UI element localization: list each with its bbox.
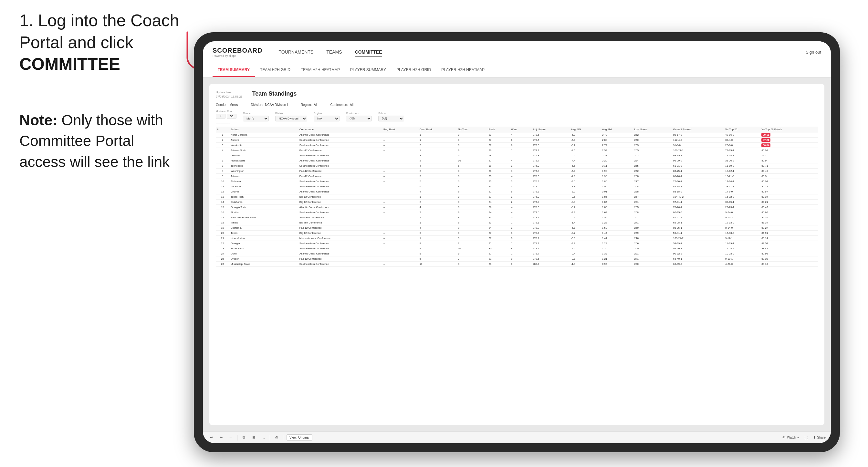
cell-school[interactable]: Tennessee xyxy=(229,163,298,168)
cell-school[interactable]: Auburn xyxy=(229,137,298,143)
cell-school[interactable]: Texas A&M xyxy=(229,246,298,251)
cell-rnds: 21 xyxy=(487,241,510,246)
min-rounds-input-1[interactable] xyxy=(216,114,225,119)
cell-school[interactable]: Duke xyxy=(229,251,298,256)
tab-player-h2h-grid[interactable]: PLAYER H2H GRID xyxy=(391,63,436,77)
cell-conf: Southeastern Conference xyxy=(298,210,382,215)
cell-vs-top50: 80.34 xyxy=(760,194,818,199)
watch-label: Watch xyxy=(787,436,796,439)
more-icon[interactable]: … xyxy=(260,434,267,441)
cell-school[interactable]: Mississippi State xyxy=(229,261,298,267)
cell-school[interactable]: Oregon xyxy=(229,256,298,261)
cell-vs-top25: 30-4-0 xyxy=(724,137,760,143)
cell-avg-rd: 1.53 xyxy=(601,225,633,230)
cell-conf: Pac-12 Conference xyxy=(298,168,382,174)
cell-rank: 3 xyxy=(216,143,229,148)
cell-overall: 104-43-2 xyxy=(672,194,724,199)
paste-icon[interactable]: ⊞ xyxy=(250,434,257,441)
conference-select[interactable]: (All) xyxy=(346,116,372,121)
tab-team-h2h-heatmap[interactable]: TEAM H2H HEATMAP xyxy=(296,63,345,77)
min-rounds-input-2[interactable] xyxy=(227,114,237,119)
filter-conference-value: All xyxy=(350,103,353,106)
cell-reg-rank: – xyxy=(382,261,418,267)
cell-conf: Southeastern Conference xyxy=(298,184,382,189)
cell-adj-score: 278.2 xyxy=(531,225,569,230)
cell-sg: -5.1 xyxy=(569,215,600,220)
tab-team-summary[interactable]: TEAM SUMMARY xyxy=(213,63,255,77)
cell-school[interactable]: Georgia xyxy=(229,241,298,246)
school-select[interactable]: (All) xyxy=(378,116,404,121)
cell-overall: 76-26-1 xyxy=(672,205,724,210)
cell-school[interactable]: Ole Miss xyxy=(229,153,298,158)
back-icon[interactable]: ← xyxy=(227,434,234,441)
cell-sg: -3.8 xyxy=(569,199,600,205)
cell-conf-rank: 3 xyxy=(418,174,457,179)
watch-button[interactable]: 👁 Watch ▾ xyxy=(782,436,799,439)
tab-player-h2h-heatmap[interactable]: PLAYER H2H HEATMAP xyxy=(436,63,490,77)
cell-school[interactable]: Arizona State xyxy=(229,148,298,153)
cell-school[interactable]: California xyxy=(229,225,298,230)
cell-school[interactable]: Washington xyxy=(229,168,298,174)
cell-low-score: 271 xyxy=(633,256,672,261)
cell-overall: 62-25-1 xyxy=(672,220,724,225)
cell-school[interactable]: Alabama xyxy=(229,179,298,184)
cell-school[interactable]: Georgia Tech xyxy=(229,205,298,210)
tab-player-summary[interactable]: PLAYER SUMMARY xyxy=(345,63,391,77)
cell-reg-rank: – xyxy=(382,179,418,184)
fullscreen-icon[interactable]: ⛶ xyxy=(803,434,809,441)
cell-conf-rank: 2 xyxy=(418,143,457,148)
cell-rnds: 24 xyxy=(487,199,510,205)
nav-tournaments[interactable]: TOURNAMENTS xyxy=(278,48,313,57)
tab-team-h2h-grid[interactable]: TEAM H2H GRID xyxy=(255,63,296,77)
copy-icon[interactable]: ⧉ xyxy=(241,434,247,441)
cell-conf-rank: 5 xyxy=(418,251,457,256)
table-row: 15 Georgia Tech Atlantic Coast Conferenc… xyxy=(216,205,818,210)
cell-sg: -0.4 xyxy=(569,251,600,256)
division-select[interactable]: NCAA Division I xyxy=(275,116,307,121)
cell-school[interactable]: Texas xyxy=(229,230,298,236)
cell-school[interactable]: Virginia xyxy=(229,189,298,194)
cell-school[interactable]: Arkansas xyxy=(229,184,298,189)
cell-school[interactable]: Florida State xyxy=(229,158,298,163)
cell-school[interactable]: Oklahoma xyxy=(229,199,298,205)
cell-no-tour: 9 xyxy=(457,132,488,137)
cell-conf-rank: 3 xyxy=(418,230,457,236)
cell-overall: 96-29-0 xyxy=(672,158,724,163)
cell-rnds: 18 xyxy=(487,153,510,158)
cell-adj-score: 274.2 xyxy=(531,148,569,153)
cell-vs-top25: 26-6-0 xyxy=(724,143,760,148)
redo-icon[interactable]: ↪ xyxy=(218,434,224,441)
share-button[interactable]: ⬆ Share xyxy=(813,436,826,439)
cell-rnds: 30 xyxy=(487,246,510,251)
cell-school[interactable]: Vanderbilt xyxy=(229,143,298,148)
cell-school[interactable]: North Carolina xyxy=(229,132,298,137)
nav-committee[interactable]: COMMITTEE xyxy=(355,48,382,57)
cell-rank: 5 xyxy=(216,153,229,158)
cell-no-tour: 8 xyxy=(457,189,488,194)
sign-out-link[interactable]: Sign out xyxy=(799,50,821,55)
cell-school[interactable]: Illinois xyxy=(229,220,298,225)
cell-conf-rank: 4 xyxy=(418,163,457,168)
cell-school[interactable]: New Mexico xyxy=(229,236,298,241)
cell-rnds: 27 xyxy=(487,137,510,143)
cell-no-tour: 8 xyxy=(457,225,488,230)
cell-no-tour: 9 xyxy=(457,194,488,199)
col-rank: # xyxy=(216,127,229,132)
cell-school[interactable]: East Tennessee State xyxy=(229,215,298,220)
undo-icon[interactable]: ↩ xyxy=(208,434,215,441)
cell-conf-rank: 2 xyxy=(418,199,457,205)
cell-school[interactable]: Florida xyxy=(229,210,298,215)
cell-school[interactable]: Texas Tech xyxy=(229,194,298,199)
table-row: 25 Oregon Pac-12 Conference – 5 7 21 0 2… xyxy=(216,256,818,261)
cell-school[interactable]: Arizona xyxy=(229,174,298,179)
cell-vs-top25: 30-15-1 xyxy=(724,199,760,205)
cell-sg: -2.9 xyxy=(569,210,600,215)
toolbar-sep-1 xyxy=(237,435,238,440)
cell-rnds: 27 xyxy=(487,194,510,199)
view-original-button[interactable]: View: Original xyxy=(286,434,312,440)
clock-icon[interactable]: ⏱ xyxy=(273,434,280,441)
nav-teams[interactable]: TEAMS xyxy=(326,48,342,57)
region-select[interactable]: N/A xyxy=(314,116,340,121)
cell-conf: Atlantic Coast Conference xyxy=(298,158,382,163)
gender-select[interactable]: Men's xyxy=(243,116,269,121)
